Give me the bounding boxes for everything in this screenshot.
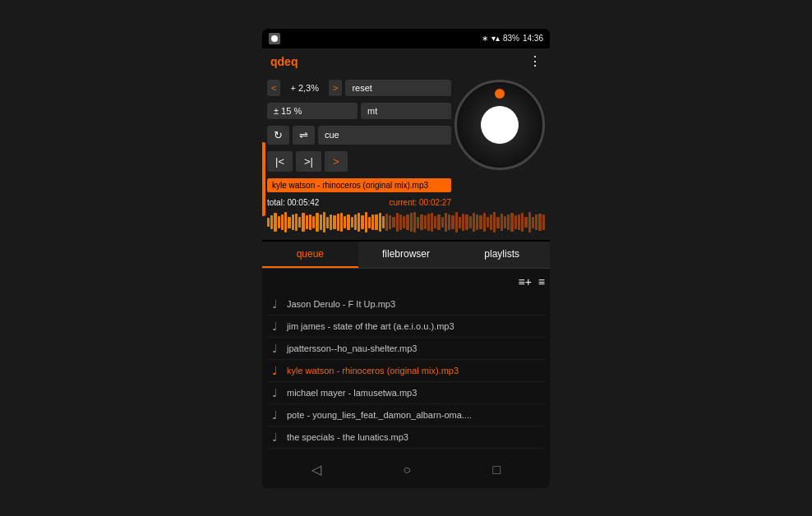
queue-section: ≡+ ≡ ♩ Jason Derulo - F It Up.mp3 ♩ jim … — [262, 269, 550, 452]
waveform-bar-segment — [385, 214, 388, 231]
waveform-bar-segment — [295, 214, 298, 231]
waveform[interactable] — [267, 210, 545, 235]
waveform-bar-segment — [524, 217, 527, 228]
menu-button[interactable]: ⋮ — [528, 53, 542, 69]
status-right: ∗ ▾▴ 83% 14:36 — [482, 34, 543, 43]
back-button[interactable]: ◁ — [311, 462, 321, 477]
waveform-bar-segment — [267, 218, 270, 227]
waveform-bar-segment — [340, 213, 343, 231]
music-note-icon: ♩ — [269, 364, 280, 377]
tab-playlists[interactable]: playlists — [454, 242, 550, 268]
queue-sort-icon[interactable]: ≡ — [538, 275, 545, 288]
waveform-bar-segment — [514, 215, 517, 229]
waveform-bar-segment — [528, 212, 531, 233]
player-main: < + 2,3% > reset ± 15 % mt ↻ ⇌ cue — [267, 80, 545, 210]
waveform-bar-segment — [351, 217, 353, 228]
music-note-icon: ♩ — [269, 386, 280, 399]
waveform-bar-segment — [365, 212, 367, 233]
track-name: kyle watson - rhinoceros (original mix).… — [267, 178, 451, 192]
prev-button[interactable]: |< — [267, 151, 293, 172]
waveform-bar-segment — [358, 213, 360, 233]
waveform-bar-segment — [347, 214, 349, 229]
orange-accent-bar — [262, 142, 265, 216]
waveform-bar-segment — [507, 214, 510, 231]
queue-list: ♩ Jason Derulo - F It Up.mp3 ♩ jim james… — [267, 293, 545, 449]
pitch-up-button[interactable]: > — [329, 80, 342, 96]
waveform-bar-segment — [459, 217, 461, 228]
waveform-bar-segment — [309, 214, 311, 231]
waveform-bar-segment — [510, 213, 513, 233]
queue-list-item[interactable]: ♩ michael mayer - lamusetwa.mp3 — [267, 382, 545, 404]
waveform-bar-segment — [354, 214, 357, 231]
waveform-bar-segment — [490, 214, 492, 229]
music-note-icon: ♩ — [269, 408, 280, 422]
waveform-bar-segment — [270, 215, 273, 229]
waveform-bar-segment — [496, 217, 499, 228]
waveform-bar-segment — [532, 217, 534, 228]
vinyl-disc — [454, 80, 545, 170]
tab-filebrowser[interactable]: filebrowser — [358, 242, 454, 268]
waveform-bar-segment — [465, 214, 468, 229]
waveform-bar-segment — [487, 217, 489, 228]
waveform-bar-segment — [535, 214, 537, 231]
track-item-name: kyle watson - rhinoceros (original mix).… — [287, 366, 459, 375]
queue-add-icon[interactable]: ≡+ — [518, 275, 531, 288]
waveform-bar-segment — [298, 217, 301, 228]
track-item-name: jim james - state of the art (a.e.i.o.u.… — [287, 321, 454, 331]
waveform-bar-segment — [445, 213, 447, 231]
waveform-bar-segment — [323, 212, 325, 233]
music-note-icon: ♩ — [269, 431, 280, 444]
shuffle-button[interactable]: ⇌ — [293, 126, 315, 145]
bluetooth-icon: ∗ — [482, 34, 488, 43]
vinyl-dot — [495, 89, 505, 99]
status-left — [269, 33, 280, 44]
home-button[interactable]: ○ — [403, 463, 411, 477]
queue-list-item[interactable]: ♩ the specials - the lunatics.mp3 — [267, 426, 545, 449]
waveform-bar-segment — [479, 215, 482, 229]
waveform-bar-segment — [399, 214, 402, 231]
queue-list-item[interactable]: ♩ kyle watson - rhinoceros (original mix… — [267, 360, 545, 382]
waveform-bar-segment — [326, 217, 329, 228]
waveform-bar-segment — [483, 213, 486, 231]
reset-button[interactable]: reset — [345, 80, 451, 96]
percent-button[interactable]: ± 15 % — [267, 103, 358, 119]
next-button[interactable]: > — [325, 151, 348, 172]
waveform-bar-segment — [413, 212, 416, 233]
play-button[interactable]: >| — [296, 151, 321, 172]
pitch-down-button[interactable]: < — [267, 80, 280, 96]
app-title: qdeq — [270, 55, 298, 68]
waveform-bar-segment — [424, 215, 427, 229]
loop-button[interactable]: ↻ — [267, 126, 289, 145]
waveform-bar-segment — [281, 214, 284, 231]
queue-list-item[interactable]: ♩ jpattersson--ho_nau-shelter.mp3 — [267, 338, 545, 360]
vinyl-area[interactable] — [454, 80, 545, 170]
recents-button[interactable]: □ — [493, 463, 501, 477]
waveform-bar-segment — [292, 214, 294, 229]
waveform-bar-segment — [493, 212, 496, 233]
waveform-bar-segment — [312, 216, 315, 228]
waveform-bar-segment — [389, 215, 391, 229]
track-item-name: michael mayer - lamusetwa.mp3 — [287, 388, 417, 398]
cue-button[interactable]: cue — [318, 126, 451, 145]
queue-toolbar: ≡+ ≡ — [267, 272, 545, 292]
waveform-bar-segment — [410, 213, 413, 231]
pitch-row: < + 2,3% > reset — [267, 80, 451, 96]
waveform-bar-segment — [441, 217, 444, 228]
waveform-bar-segment — [375, 214, 377, 231]
waveform-bar-segment — [420, 214, 422, 231]
status-bar: ∗ ▾▴ 83% 14:36 — [262, 29, 550, 48]
waveform-bar-segment — [274, 213, 276, 231]
queue-list-item[interactable]: ♩ pote - young_lies_feat._damon_albarn-o… — [267, 404, 545, 426]
app-header: qdeq ⋮ — [262, 48, 550, 75]
music-note-icon: ♩ — [269, 297, 280, 311]
waveform-bar-segment — [417, 217, 419, 228]
status-app-icon — [269, 33, 280, 44]
mt-button[interactable]: mt — [361, 103, 451, 119]
vinyl-center — [481, 106, 519, 144]
queue-list-item[interactable]: ♩ jim james - state of the art (a.e.i.o.… — [267, 316, 545, 338]
waveform-bar-segment — [333, 215, 335, 229]
queue-list-item[interactable]: ♩ Jason Derulo - F It Up.mp3 — [267, 293, 545, 316]
track-time: total: 00:05:42 current: 00:02:27 — [267, 198, 451, 207]
tab-queue[interactable]: queue — [262, 242, 358, 268]
waveform-bar-segment — [437, 214, 440, 229]
